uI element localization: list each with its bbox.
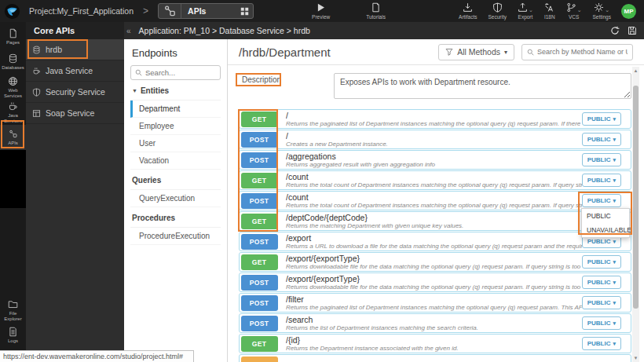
endpoints-section-procedures[interactable]: Procedures	[130, 207, 221, 228]
access-dropdown-button[interactable]: PUBLIC▾	[582, 153, 621, 166]
caret-down-icon: ▾	[613, 116, 616, 122]
endpoint-description: Returns the paginated list of Department…	[286, 120, 582, 128]
settings-button[interactable]: ⌄ Settings	[593, 2, 612, 20]
endpoints-section-queries[interactable]: Queries	[130, 170, 221, 190]
endpoint-item-queryexecution[interactable]: QueryExecution	[130, 190, 221, 207]
sidebar-item-web-services[interactable]: Web Services	[0, 75, 26, 100]
shield-icon	[32, 88, 41, 97]
endpoint-row: GET /export/{exportType} Returns downloa…	[239, 252, 631, 272]
caret-down-icon: ▾	[613, 280, 616, 286]
i18n-button[interactable]: I18N	[544, 2, 555, 20]
sidebar-item-logs[interactable]: Logs	[0, 323, 26, 348]
access-dropdown-button[interactable]: PUBLIC▾	[582, 133, 621, 146]
tutorials-button[interactable]: Tutorials	[366, 2, 386, 20]
search-icon	[135, 69, 142, 76]
endpoint-path[interactable]: /count	[286, 192, 582, 202]
sidebar-item-java-services[interactable]: Java Services	[0, 100, 26, 125]
endpoint-item-employee[interactable]: Employee	[130, 118, 221, 135]
scroll-down-icon[interactable]: ▼	[632, 356, 639, 360]
endpoint-path[interactable]: /deptCode/{deptCode}	[286, 213, 582, 222]
method-search[interactable]	[521, 44, 633, 60]
endpoint-path[interactable]: /	[286, 131, 582, 141]
endpoint-path[interactable]: /export/{exportType}	[286, 254, 582, 263]
export-button[interactable]: ⌄ Export	[518, 2, 533, 20]
endpoint-item-department[interactable]: Department	[130, 101, 221, 118]
description-textarea[interactable]: Exposes APIs to work with Department res…	[334, 73, 631, 99]
access-dropdown-button[interactable]: PUBLIC▾	[582, 276, 621, 289]
endpoint-description: Returns the total count of Department in…	[286, 181, 582, 189]
sidebar-item-file-explorer[interactable]: File Explorer	[0, 298, 26, 323]
endpoint-path[interactable]: /filter	[286, 294, 582, 304]
access-dropdown-button[interactable]: PUBLIC▾	[582, 337, 621, 350]
api-icon	[8, 129, 18, 139]
caret-down-icon: ▾	[613, 239, 616, 245]
scroll-up-icon[interactable]: ▲	[632, 68, 639, 73]
endpoints-section-entities[interactable]: ▼Entities	[130, 80, 221, 101]
endpoint-path[interactable]: /search	[286, 315, 582, 324]
core-api-item-soap-service[interactable]: Soap Service	[26, 103, 124, 124]
endpoint-path[interactable]: /aggregations	[286, 152, 582, 161]
endpoint-path[interactable]: /	[286, 111, 582, 120]
refresh-icon[interactable]	[610, 26, 620, 35]
method-badge: POST	[241, 316, 278, 331]
endpoint-row: GET /deptCode/{deptCode} Returns the mat…	[239, 211, 631, 231]
method-search-input[interactable]	[537, 48, 628, 56]
access-dropdown-button[interactable]: PUBLIC▾	[582, 174, 621, 187]
access-option-unavailable[interactable]: UNAVAILABLE	[582, 223, 629, 237]
avatar[interactable]: MP	[621, 4, 636, 19]
collapse-panel-icon[interactable]: «	[126, 27, 131, 35]
artifacts-icon	[463, 2, 473, 13]
core-api-item-java-service[interactable]: Java Service	[26, 60, 124, 82]
preview-button[interactable]: Preview	[312, 2, 330, 20]
artifacts-button[interactable]: Artifacts	[459, 2, 477, 20]
endpoint-path[interactable]: /export/{exportType}	[286, 274, 582, 283]
vertical-scrollbar[interactable]: ▲ ▼	[632, 67, 639, 362]
method-badge: GET	[241, 173, 278, 188]
vcs-button[interactable]: ⌄ VCS	[566, 2, 582, 20]
filter-icon	[445, 48, 453, 56]
caret-down-icon: ▾	[613, 341, 616, 347]
endpoint-item-user[interactable]: User	[130, 135, 221, 152]
access-dropdown-button[interactable]: PUBLIC▾	[582, 194, 621, 207]
access-dropdown-button[interactable]: PUBLIC▾	[582, 296, 621, 309]
access-dropdown-button[interactable]: PUBLIC▾	[582, 316, 621, 330]
method-badge: POST	[241, 132, 278, 148]
all-methods-label: All Methods	[457, 47, 500, 57]
sidebar-item-databases[interactable]: Databases	[0, 49, 26, 75]
core-api-item-security-service[interactable]: Security Service	[26, 82, 124, 103]
left-icon-sidebar: Pages Databases Web Services Java Servic…	[0, 22, 26, 362]
endpoint-path[interactable]: /count	[286, 172, 582, 181]
access-dropdown-button[interactable]: PUBLIC▾	[582, 112, 621, 126]
access-option-public[interactable]: PUBLIC	[582, 209, 629, 223]
api-icon	[159, 4, 181, 18]
endpoint-row: POST /aggregations Returns aggregated re…	[239, 150, 631, 170]
save-icon[interactable]	[628, 26, 637, 35]
endpoints-search-input[interactable]	[145, 68, 216, 77]
pages-icon	[8, 28, 18, 38]
scrollbar-thumb[interactable]	[633, 86, 639, 309]
endpoint-item-vacation[interactable]: Vacation	[130, 152, 221, 170]
wavemaker-studio-window: Project:My_First_Application > APIs Prev…	[0, 0, 644, 362]
endpoint-description: Returns aggregated result with given agg…	[286, 161, 582, 169]
all-methods-dropdown[interactable]: All Methods ▾	[438, 44, 514, 60]
grid-icon[interactable]	[236, 7, 253, 16]
endpoint-path[interactable]: /export	[286, 233, 582, 243]
endpoints-search[interactable]	[130, 65, 221, 80]
active-tab-apis[interactable]: APIs	[158, 3, 254, 19]
sidebar-item-pages[interactable]: Pages	[0, 24, 26, 49]
endpoint-description: Returns downloadable file for the data m…	[286, 263, 582, 271]
method-badge: POST	[241, 193, 278, 209]
security-button[interactable]: Security	[488, 2, 507, 20]
core-api-item-hrdb[interactable]: hrdb	[26, 39, 124, 60]
endpoint-item-procedureexecution[interactable]: ProcedureExecution	[130, 228, 221, 245]
project-name[interactable]: Project:My_First_Application	[29, 6, 134, 16]
access-dropdown-button[interactable]: PUBLIC▾	[582, 255, 621, 269]
status-url: https://ent-dev.wavemakeronline.com/stud…	[0, 350, 194, 362]
endpoint-path[interactable]: /{id}	[286, 335, 582, 345]
database-icon	[32, 46, 41, 54]
sidebar-item-apis[interactable]: APIs	[0, 125, 26, 150]
endpoint-row: GET /{id} Returns the Department instanc…	[239, 334, 631, 353]
wavemaker-logo-icon	[4, 3, 20, 20]
caret-down-icon: ▾	[613, 137, 616, 143]
tutorials-label: Tutorials	[366, 14, 386, 20]
